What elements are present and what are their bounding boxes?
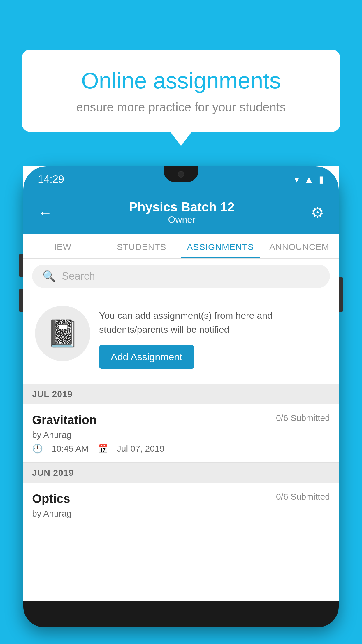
signal-icon: ▲: [304, 174, 314, 185]
header-title-block: Physics Batch 12 Owner: [52, 200, 311, 225]
settings-icon[interactable]: ⚙: [311, 204, 324, 221]
phone-wrapper: 14:29 ▾ ▲ ▮ ← Physics Batch 12 Owner ⚙: [23, 166, 339, 644]
tab-students[interactable]: STUDENTS: [102, 234, 181, 258]
assignment-by-optics: by Anurag: [32, 509, 330, 519]
back-button[interactable]: ←: [38, 204, 52, 221]
notch: [164, 166, 198, 182]
side-button-vol-down: [19, 289, 23, 312]
tab-iew[interactable]: IEW: [23, 234, 102, 258]
assignment-header-row: Gravitation 0/6 Submitted: [32, 413, 330, 427]
promo-text-block: You can add assignment(s) from here and …: [99, 306, 327, 369]
assignment-title-optics: Optics: [32, 492, 70, 506]
status-time: 14:29: [38, 173, 64, 186]
speech-bubble-container: Online assignments ensure more practice …: [22, 50, 340, 132]
tab-assignments[interactable]: ASSIGNMENTS: [181, 234, 260, 258]
speech-bubble-subtitle: ensure more practice for your students: [42, 100, 320, 114]
assignment-submitted-optics: 0/6 Submitted: [276, 492, 330, 502]
search-container: 🔍 Search: [23, 259, 339, 294]
add-assignment-button[interactable]: Add Assignment: [99, 345, 194, 369]
promo-description: You can add assignment(s) from here and …: [99, 309, 327, 337]
tab-announcements[interactable]: ANNOUNCEM: [260, 234, 339, 258]
wifi-icon: ▾: [294, 174, 299, 185]
battery-icon: ▮: [319, 174, 324, 185]
speech-bubble-title: Online assignments: [42, 67, 320, 94]
phone-screen: 14:29 ▾ ▲ ▮ ← Physics Batch 12 Owner ⚙: [23, 166, 339, 601]
search-input[interactable]: Search: [62, 270, 95, 282]
assignment-header-row-optics: Optics 0/6 Submitted: [32, 492, 330, 506]
promo-card: 📓 You can add assignment(s) from here an…: [23, 294, 339, 384]
assignment-item-optics[interactable]: Optics 0/6 Submitted by Anurag: [23, 483, 339, 531]
side-button-power: [339, 277, 343, 312]
app-header: ← Physics Batch 12 Owner ⚙: [23, 192, 339, 234]
assignment-date-gravitation: Jul 07, 2019: [117, 444, 164, 454]
assignment-title-gravitation: Gravitation: [32, 413, 97, 427]
clock-icon: 🕐: [32, 443, 43, 454]
assignment-item-gravitation[interactable]: Gravitation 0/6 Submitted by Anurag 🕐 10…: [23, 404, 339, 463]
search-icon: 🔍: [42, 270, 56, 283]
phone-frame: 14:29 ▾ ▲ ▮ ← Physics Batch 12 Owner ⚙: [23, 166, 339, 627]
assignment-submitted-gravitation: 0/6 Submitted: [276, 413, 330, 423]
assignment-meta-row-gravitation: 🕐 10:45 AM 📅 Jul 07, 2019: [32, 443, 330, 454]
tab-bar: IEW STUDENTS ASSIGNMENTS ANNOUNCEM: [23, 234, 339, 259]
batch-title: Physics Batch 12: [52, 200, 311, 214]
section-header-jul: JUL 2019: [23, 384, 339, 404]
search-bar[interactable]: 🔍 Search: [32, 265, 330, 288]
side-button-vol-up: [19, 254, 23, 277]
batch-subtitle: Owner: [52, 214, 311, 225]
camera: [178, 171, 184, 178]
assignment-by-gravitation: by Anurag: [32, 430, 330, 440]
section-header-jun: JUN 2019: [23, 463, 339, 483]
speech-bubble: Online assignments ensure more practice …: [22, 50, 340, 132]
calendar-icon: 📅: [97, 443, 108, 454]
status-bar: 14:29 ▾ ▲ ▮: [23, 166, 339, 192]
assignment-time-gravitation: 10:45 AM: [52, 444, 89, 454]
notebook-icon: 📓: [46, 318, 79, 349]
status-icons: ▾ ▲ ▮: [294, 174, 324, 185]
promo-icon-circle: 📓: [35, 306, 90, 361]
